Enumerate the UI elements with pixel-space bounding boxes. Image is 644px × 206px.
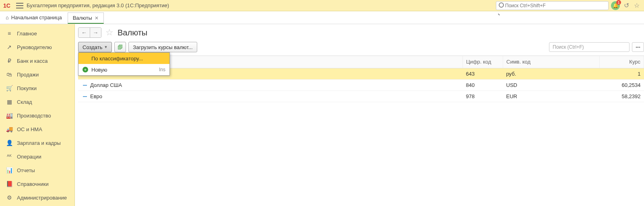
chevron-down-icon: ▼ bbox=[104, 45, 107, 49]
sidebar-item-label: Склад bbox=[17, 99, 32, 105]
dropdown-item-new[interactable]: + Новую Ins bbox=[78, 64, 169, 75]
ruble-icon: ₽ bbox=[6, 58, 13, 64]
truck-icon: 🚚 bbox=[6, 126, 13, 132]
toolbar: Создать ▼ По классификатору... + Новую I… bbox=[78, 42, 644, 52]
create-button[interactable]: Создать ▼ bbox=[78, 42, 112, 52]
sidebar-item-bank[interactable]: ₽Банк и касса bbox=[0, 54, 74, 68]
search-placeholder: Поиск (Ctrl+F) bbox=[553, 44, 584, 50]
global-search[interactable] bbox=[496, 1, 609, 10]
close-icon[interactable]: ✕ bbox=[95, 15, 99, 21]
person-icon: 👤 bbox=[6, 140, 13, 146]
sidebar-item-catalogs[interactable]: 📕Справочники bbox=[0, 177, 74, 191]
sidebar-item-label: Администрирование bbox=[17, 195, 67, 201]
sidebar-item-label: ОС и НМА bbox=[17, 126, 42, 132]
load-rates-button[interactable]: Загрузить курсы валют... bbox=[128, 42, 197, 52]
more-button[interactable]: ••• bbox=[632, 42, 644, 52]
row-icon bbox=[83, 85, 87, 86]
tab-label: Валюты bbox=[73, 15, 92, 21]
create-dropdown: По классификатору... + Новую Ins bbox=[78, 52, 170, 76]
col-header-rate[interactable]: Курс bbox=[600, 56, 644, 68]
bag-icon: 🛍 bbox=[6, 71, 13, 78]
home-tab-label: Начальная страница bbox=[11, 14, 62, 21]
sidebar-item-label: Производство bbox=[17, 113, 51, 119]
favorites-icon[interactable]: ☆ bbox=[633, 2, 641, 9]
sidebar-item-label: Покупки bbox=[17, 85, 37, 91]
search-icon bbox=[499, 2, 505, 9]
list-search-input[interactable]: Поиск (Ctrl+F) bbox=[549, 42, 630, 52]
sidebar-item-label: Справочники bbox=[17, 181, 49, 187]
cell-symbol: USD bbox=[503, 79, 600, 91]
dropdown-item-label: По классификатору... bbox=[91, 56, 143, 62]
tabs-row: ⌂ Начальная страница Валюты ✕ bbox=[0, 11, 644, 24]
cell-rate: 60,2534 bbox=[600, 79, 644, 91]
back-button[interactable]: ← bbox=[78, 28, 90, 37]
sidebar-item-admin[interactable]: ⚙Администрирование bbox=[0, 191, 74, 204]
col-header-symbol[interactable]: Симв. код bbox=[503, 56, 600, 68]
dropdown-shortcut: Ins bbox=[159, 67, 165, 72]
create-button-label: Создать bbox=[83, 44, 102, 50]
nav-buttons: ← → bbox=[78, 27, 101, 38]
sidebar-item-production[interactable]: 🏭Производство bbox=[0, 109, 74, 122]
copy-button[interactable]: 🗐 bbox=[114, 42, 126, 52]
logo-1c: 1С bbox=[3, 2, 10, 9]
book-icon: 📕 bbox=[6, 181, 13, 187]
sidebar-item-purchases[interactable]: 🛒Покупки bbox=[0, 81, 74, 95]
sidebar-item-main[interactable]: ≡Главное bbox=[0, 27, 74, 40]
dropdown-item-classifier[interactable]: По классификатору... bbox=[78, 53, 169, 64]
table-row[interactable]: Евро978EUR58,2392 bbox=[78, 91, 644, 102]
sidebar-item-operations[interactable]: ᴬᴷОперации bbox=[0, 150, 74, 163]
cell-symbol: EUR bbox=[503, 91, 600, 102]
chart-icon: ↗ bbox=[6, 44, 13, 50]
ops-icon: ᴬᴷ bbox=[6, 153, 13, 160]
page-title: Валюты bbox=[118, 28, 147, 37]
load-rates-label: Загрузить курсы валют... bbox=[133, 44, 192, 50]
reports-icon: 📊 bbox=[6, 167, 13, 173]
sidebar-item-salary[interactable]: 👤Зарплата и кадры bbox=[0, 136, 74, 150]
sidebar-item-sales[interactable]: 🛍Продажи bbox=[0, 68, 74, 81]
cell-code: 978 bbox=[463, 91, 503, 102]
home-icon: ⌂ bbox=[6, 14, 9, 21]
notifications-bell[interactable]: 🔔 1 bbox=[611, 1, 620, 10]
cell-code: 840 bbox=[463, 79, 503, 91]
cell-rate: 58,2392 bbox=[600, 91, 644, 102]
sidebar-item-manager[interactable]: ↗Руководителю bbox=[0, 40, 74, 54]
col-header-code[interactable]: Цифр. код bbox=[463, 56, 503, 68]
cell-name: Доллар США bbox=[90, 82, 122, 88]
home-tab[interactable]: ⌂ Начальная страница bbox=[0, 11, 68, 24]
sidebar-item-warehouse[interactable]: ▦Склад bbox=[0, 95, 74, 109]
sidebar-item-label: Руководителю bbox=[17, 44, 52, 50]
sidebar-item-reports[interactable]: 📊Отчеты bbox=[0, 163, 74, 177]
gear-icon: ⚙ bbox=[6, 194, 13, 201]
menu-icon: ≡ bbox=[6, 30, 13, 37]
cell-symbol: руб. bbox=[503, 68, 600, 79]
titlebar: 1С Бухгалтерия предприятия, редакция 3.0… bbox=[0, 0, 644, 11]
star-icon[interactable]: ☆ bbox=[104, 27, 115, 38]
history-icon[interactable]: ↺ bbox=[622, 2, 630, 9]
sidebar: ≡Главное ↗Руководителю ₽Банк и касса 🛍Пр… bbox=[0, 24, 75, 206]
notification-count: 1 bbox=[616, 0, 621, 5]
sidebar-item-label: Главное bbox=[17, 31, 37, 37]
cell-rate: 1 bbox=[600, 68, 644, 79]
table-row[interactable]: Доллар США840USD60,2534 bbox=[78, 79, 644, 91]
sidebar-item-label: Операции bbox=[17, 154, 41, 160]
content-area: ← → ☆ Валюты Создать ▼ По классификатору… bbox=[75, 24, 644, 206]
cart-icon: 🛒 bbox=[6, 85, 13, 91]
copy-icon: 🗐 bbox=[118, 44, 123, 50]
grid-icon: ▦ bbox=[6, 99, 13, 105]
factory-icon: 🏭 bbox=[6, 112, 13, 119]
sidebar-item-label: Банк и касса bbox=[17, 58, 48, 64]
app-title: Бухгалтерия предприятия, редакция 3.0 (1… bbox=[27, 2, 169, 8]
hamburger-icon[interactable] bbox=[16, 3, 23, 8]
sidebar-item-label: Отчеты bbox=[17, 167, 35, 173]
cell-code: 643 bbox=[463, 68, 503, 79]
dropdown-item-label: Новую bbox=[91, 67, 107, 73]
sidebar-item-label: Зарплата и кадры bbox=[17, 140, 61, 146]
forward-button[interactable]: → bbox=[90, 28, 101, 37]
plus-icon: + bbox=[83, 67, 88, 72]
cell-name: Евро bbox=[90, 93, 102, 99]
global-search-input[interactable] bbox=[505, 3, 606, 8]
tab-currencies[interactable]: Валюты ✕ bbox=[68, 12, 104, 24]
sidebar-item-label: Продажи bbox=[17, 72, 39, 78]
sidebar-item-assets[interactable]: 🚚ОС и НМА bbox=[0, 122, 74, 136]
row-icon bbox=[83, 96, 87, 97]
